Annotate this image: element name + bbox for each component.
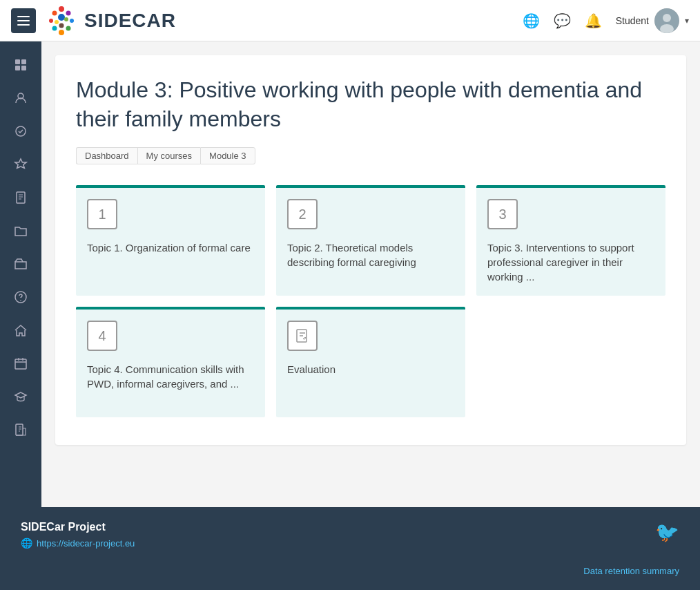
user-menu-chevron: ▾ (685, 16, 689, 26)
svg-rect-17 (15, 66, 20, 70)
user-name-label: Student (616, 15, 649, 26)
svg-point-13 (663, 14, 671, 22)
footer-project-name: SIDECar Project (21, 521, 135, 533)
footer-globe-icon: 🌐 (21, 537, 32, 549)
footer-left: SIDECar Project 🌐 https://sidecar-projec… (21, 521, 135, 549)
sidebar-item-grades[interactable] (6, 116, 36, 146)
footer-url-link[interactable]: https://sidecar-project.eu (37, 538, 135, 549)
topic-title-2: Topic 2. Theoretical models describing f… (287, 240, 454, 269)
sidebar-item-folder[interactable] (6, 216, 36, 246)
svg-rect-18 (21, 66, 26, 70)
logo-text: SIDECAR (84, 10, 176, 32)
sidebar-item-home[interactable] (6, 315, 36, 345)
user-menu[interactable]: Student ▾ (616, 8, 689, 33)
breadcrumb: Dashboard My courses Module 3 (76, 147, 665, 164)
topic-grid: 1 Topic 1. Organization of formal care 2… (76, 185, 665, 417)
sidebar-item-starred[interactable] (6, 149, 36, 180)
data-retention-link[interactable]: Data retention summary (583, 566, 679, 576)
svg-rect-21 (17, 192, 25, 203)
topic-title-3: Topic 3. Interventions to support profes… (487, 240, 654, 284)
svg-point-23 (20, 300, 21, 301)
svg-point-7 (52, 10, 57, 15)
svg-point-11 (59, 23, 64, 28)
page-title: Module 3: Positive working with people w… (76, 76, 665, 133)
topic-number-1: 1 (87, 199, 117, 229)
svg-point-3 (66, 26, 71, 30)
bell-icon[interactable]: 🔔 (585, 12, 602, 29)
footer-url: 🌐 https://sidecar-project.eu (21, 537, 135, 549)
svg-point-5 (52, 26, 57, 30)
svg-point-4 (59, 30, 64, 35)
sidebar-item-dashboard[interactable] (6, 50, 36, 80)
svg-point-10 (55, 20, 59, 24)
sidebar-item-people[interactable] (6, 83, 36, 113)
topic-card-evaluation[interactable]: Evaluation (276, 307, 465, 417)
svg-point-2 (70, 19, 74, 23)
chat-icon[interactable]: 💬 (554, 12, 571, 29)
sidebar-item-calendar[interactable] (6, 348, 36, 379)
svg-point-9 (64, 17, 68, 21)
topic-card-3[interactable]: 3 Topic 3. Interventions to support prof… (476, 185, 665, 296)
globe-icon[interactable]: 🌐 (523, 12, 540, 29)
breadcrumb-mycourses[interactable]: My courses (137, 147, 200, 164)
breadcrumb-dashboard[interactable]: Dashboard (76, 147, 137, 164)
sidebar-item-help[interactable] (6, 282, 36, 312)
svg-point-1 (66, 10, 71, 15)
sidebar-item-graduation[interactable] (6, 381, 36, 412)
sidebar-item-reports[interactable] (6, 415, 36, 445)
svg-rect-16 (21, 59, 26, 64)
sidecar-logo (44, 3, 79, 38)
page-card: Module 3: Positive working with people w… (55, 55, 686, 445)
topic-card-2[interactable]: 2 Topic 2. Theoretical models describing… (276, 185, 465, 296)
breadcrumb-module3[interactable]: Module 3 (200, 147, 255, 164)
main-content: Module 3: Positive working with people w… (41, 41, 700, 507)
app-body: Module 3: Positive working with people w… (0, 41, 700, 507)
twitter-icon[interactable]: 🐦 (655, 521, 679, 544)
topic-number-evaluation (287, 321, 318, 351)
topic-title-1: Topic 1. Organization of formal care (87, 240, 254, 255)
hamburger-button[interactable] (11, 8, 36, 33)
topic-number-2: 2 (287, 199, 318, 229)
footer: SIDECar Project 🌐 https://sidecar-projec… (0, 507, 700, 590)
user-avatar (654, 8, 679, 33)
svg-rect-25 (16, 424, 23, 435)
topic-number-3: 3 (487, 199, 518, 229)
svg-point-8 (58, 14, 65, 21)
footer-right: 🐦 (655, 521, 679, 544)
empty-cell (476, 307, 665, 417)
svg-point-0 (59, 6, 64, 12)
topic-title-evaluation: Evaluation (287, 362, 454, 377)
sidebar-item-folder2[interactable] (6, 249, 36, 279)
svg-rect-15 (15, 59, 20, 64)
svg-point-6 (49, 19, 53, 23)
topic-number-4: 4 (87, 321, 117, 351)
top-header: SIDECAR 🌐 💬 🔔 Student ▾ (0, 0, 700, 41)
sidebar-item-book[interactable] (6, 182, 36, 213)
svg-rect-24 (15, 359, 26, 369)
logo-link[interactable]: SIDECAR (44, 3, 176, 38)
sidebar (0, 41, 41, 507)
topic-card-1[interactable]: 1 Topic 1. Organization of formal care (76, 185, 265, 296)
header-icons: 🌐 💬 🔔 Student ▾ (523, 8, 689, 33)
topic-card-4[interactable]: 4 Topic 4. Communication skills with PWD… (76, 307, 265, 417)
topic-title-4: Topic 4. Communication skills with PWD, … (87, 362, 254, 391)
